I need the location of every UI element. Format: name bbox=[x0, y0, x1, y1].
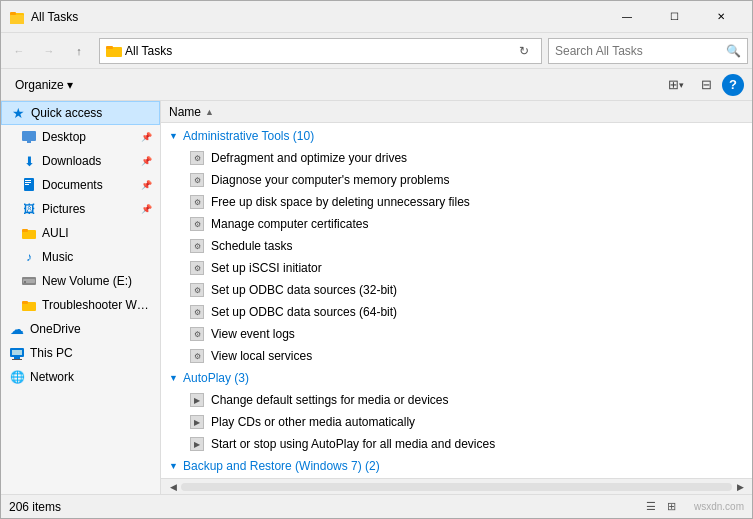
task-label: Start or stop using AutoPlay for all med… bbox=[211, 437, 495, 451]
task-item[interactable]: ⚙ Set up ODBC data sources (64-bit) bbox=[161, 301, 752, 323]
sort-arrow-icon: ▲ bbox=[205, 107, 214, 117]
sidebar-item-quick-access[interactable]: ★ Quick access bbox=[1, 101, 160, 125]
window-icon bbox=[9, 9, 25, 25]
sidebar-item-new-volume[interactable]: New Volume (E:) bbox=[1, 269, 160, 293]
task-item[interactable]: ⚙ Schedule tasks bbox=[161, 235, 752, 257]
sidebar-item-thispc[interactable]: This PC bbox=[1, 341, 160, 365]
task-item[interactable]: ▶ Change default settings for media or d… bbox=[161, 389, 752, 411]
view-layout-icon: ⊞ bbox=[668, 77, 679, 92]
svg-rect-2 bbox=[10, 12, 16, 15]
task-item[interactable]: ⚙ Defragment and optimize your drives bbox=[161, 147, 752, 169]
svg-rect-5 bbox=[22, 131, 36, 141]
downloads-icon: ⬇ bbox=[21, 153, 37, 169]
task-item[interactable]: ⚙ View local services bbox=[161, 345, 752, 367]
view-buttons: ⊞ ▾ ⊟ ? bbox=[662, 73, 744, 97]
organize-label: Organize bbox=[15, 78, 64, 92]
category-admin-tools[interactable]: ▼ Administrative Tools (10) bbox=[161, 125, 752, 147]
sidebar-item-label: AULI bbox=[42, 226, 69, 240]
task-label: Change default settings for media or dev… bbox=[211, 393, 448, 407]
task-label: Set up iSCSI initiator bbox=[211, 261, 322, 275]
sidebar-item-desktop[interactable]: Desktop 📌 bbox=[1, 125, 160, 149]
svg-rect-8 bbox=[25, 180, 31, 181]
preview-pane-button[interactable]: ⊟ bbox=[692, 73, 720, 97]
organize-arrow: ▾ bbox=[67, 78, 73, 92]
name-column-header[interactable]: Name ▲ bbox=[169, 105, 744, 119]
refresh-button[interactable]: ↻ bbox=[513, 40, 535, 62]
task-label: Schedule tasks bbox=[211, 239, 292, 253]
back-button[interactable]: ← bbox=[5, 37, 33, 65]
task-icon: ▶ bbox=[189, 392, 205, 408]
svg-rect-1 bbox=[10, 15, 24, 24]
task-label: View event logs bbox=[211, 327, 295, 341]
sidebar: ★ Quick access Desktop 📌 ⬇ Downloads 📌 bbox=[1, 101, 161, 494]
svg-rect-21 bbox=[12, 359, 22, 360]
category-autoplay[interactable]: ▼ AutoPlay (3) bbox=[161, 367, 752, 389]
task-item[interactable]: ⚙ Manage computer certificates bbox=[161, 213, 752, 235]
maximize-button[interactable]: ☐ bbox=[651, 1, 697, 33]
horizontal-scrollbar[interactable]: ◀ ▶ bbox=[161, 478, 752, 494]
svg-rect-4 bbox=[106, 46, 113, 49]
search-input[interactable] bbox=[555, 44, 722, 58]
folder-icon bbox=[106, 44, 122, 58]
task-icon: ⚙ bbox=[189, 238, 205, 254]
up-button[interactable]: ↑ bbox=[65, 37, 93, 65]
folder-troubleshooter-icon bbox=[21, 297, 37, 313]
sidebar-item-pictures[interactable]: 🖼 Pictures 📌 bbox=[1, 197, 160, 221]
forward-button[interactable]: → bbox=[35, 37, 63, 65]
window-title: All Tasks bbox=[31, 10, 604, 24]
column-header-row: Name ▲ bbox=[161, 101, 752, 123]
sidebar-item-label: Downloads bbox=[42, 154, 101, 168]
help-button[interactable]: ? bbox=[722, 74, 744, 96]
task-item[interactable]: ⚙ Diagnose your computer's memory proble… bbox=[161, 169, 752, 191]
sidebar-item-onedrive[interactable]: ☁ OneDrive bbox=[1, 317, 160, 341]
svg-rect-10 bbox=[25, 184, 29, 185]
sidebar-item-label: Quick access bbox=[31, 106, 102, 120]
organize-button[interactable]: Organize ▾ bbox=[9, 73, 79, 97]
title-bar: All Tasks — ☐ ✕ bbox=[1, 1, 752, 33]
task-item[interactable]: ⚙ Free up disk space by deleting unneces… bbox=[161, 191, 752, 213]
task-label: Manage computer certificates bbox=[211, 217, 368, 231]
scroll-left-button[interactable]: ◀ bbox=[165, 479, 181, 495]
pin-icon: 📌 bbox=[141, 132, 152, 142]
task-item[interactable]: ▶ Play CDs or other media automatically bbox=[161, 411, 752, 433]
sidebar-item-label: This PC bbox=[30, 346, 73, 360]
network-icon: 🌐 bbox=[9, 369, 25, 385]
svg-rect-20 bbox=[14, 357, 20, 359]
address-toolbar: ← → ↑ All Tasks ↻ 🔍 bbox=[1, 33, 752, 69]
sidebar-item-auli[interactable]: AULI bbox=[1, 221, 160, 245]
content-area: Name ▲ ▼ Administrative Tools (10) ⚙ Def… bbox=[161, 101, 752, 494]
close-button[interactable]: ✕ bbox=[698, 1, 744, 33]
task-item[interactable]: ⚙ View event logs bbox=[161, 323, 752, 345]
sidebar-item-documents[interactable]: Documents 📌 bbox=[1, 173, 160, 197]
view-layout-button[interactable]: ⊞ ▾ bbox=[662, 73, 690, 97]
task-label: Free up disk space by deleting unnecessa… bbox=[211, 195, 470, 209]
task-icon: ▶ bbox=[189, 414, 205, 430]
task-icon: ⚙ bbox=[189, 194, 205, 210]
scroll-right-button[interactable]: ▶ bbox=[732, 479, 748, 495]
item-count: 206 items bbox=[9, 500, 61, 514]
search-bar[interactable]: 🔍 bbox=[548, 38, 748, 64]
minimize-button[interactable]: — bbox=[604, 1, 650, 33]
thispc-icon bbox=[9, 345, 25, 361]
sidebar-item-downloads[interactable]: ⬇ Downloads 📌 bbox=[1, 149, 160, 173]
sidebar-item-troubleshooter[interactable]: Troubleshooter Wo... bbox=[1, 293, 160, 317]
task-icon: ⚙ bbox=[189, 304, 205, 320]
sidebar-item-network[interactable]: 🌐 Network bbox=[1, 365, 160, 389]
drive-icon bbox=[21, 273, 37, 289]
task-item[interactable]: ⚙ Set up iSCSI initiator bbox=[161, 257, 752, 279]
task-item[interactable]: ▶ Start or stop using AutoPlay for all m… bbox=[161, 433, 752, 455]
scroll-track[interactable] bbox=[181, 483, 732, 491]
category-backup[interactable]: ▼ Backup and Restore (Windows 7) (2) bbox=[161, 455, 752, 477]
address-bar[interactable]: All Tasks ↻ bbox=[99, 38, 542, 64]
task-icon: ⚙ bbox=[189, 260, 205, 276]
status-tile-view-button[interactable]: ⊞ bbox=[662, 497, 682, 517]
status-detail-view-button[interactable]: ☰ bbox=[641, 497, 661, 517]
sidebar-item-music[interactable]: ♪ Music bbox=[1, 245, 160, 269]
task-icon: ⚙ bbox=[189, 172, 205, 188]
task-label: Set up ODBC data sources (32-bit) bbox=[211, 283, 397, 297]
window-controls: — ☐ ✕ bbox=[604, 1, 744, 33]
quick-access-icon: ★ bbox=[10, 105, 26, 121]
task-item[interactable]: ⚙ Set up ODBC data sources (32-bit) bbox=[161, 279, 752, 301]
svg-point-15 bbox=[24, 281, 26, 283]
pin-icon: 📌 bbox=[141, 204, 152, 214]
